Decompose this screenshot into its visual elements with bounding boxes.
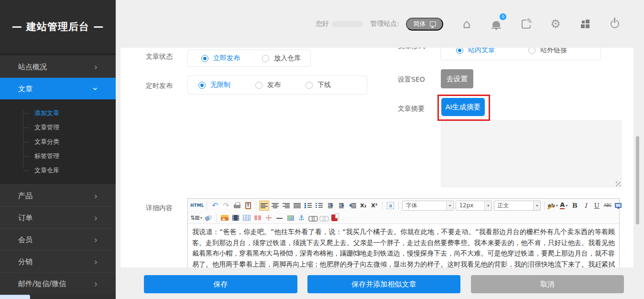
align-justify-icon[interactable] — [292, 201, 302, 211]
ordered-list-icon[interactable] — [303, 201, 313, 211]
dropdown-arrow-icon: ▾ — [533, 201, 540, 210]
paragraph-format-select[interactable]: 正文 ▾ — [494, 201, 541, 211]
indent-icon[interactable] — [336, 201, 346, 211]
sidebar-item-members[interactable]: 会员 › — [0, 228, 116, 250]
app-root: — 建站管理后台 — 站点概况 › 文章 › 添加文章 文章管理 文章分类 标签… — [0, 0, 644, 299]
submenu-item-article-category[interactable]: 文章分类 — [0, 135, 116, 149]
top-header: 您好 管理站点: 简体 ⌂ 0 ⚙ — [116, 0, 644, 48]
radio-external-link[interactable]: 站外链接 — [528, 48, 567, 54]
align-left-icon[interactable] — [259, 201, 269, 211]
radio-unselected-icon — [262, 55, 269, 62]
unlink-icon[interactable] — [318, 213, 328, 223]
settings-button[interactable]: ⚙ — [549, 18, 562, 30]
insert-table-icon[interactable] — [241, 213, 251, 223]
unordered-list-icon[interactable] — [314, 201, 324, 211]
print-icon[interactable] — [232, 201, 242, 211]
insert-image-icon[interactable] — [219, 213, 229, 223]
textarea-resize-grip[interactable] — [616, 182, 621, 186]
radio-offline[interactable]: 下线 — [306, 81, 331, 89]
subscript-icon[interactable]: X₂ — [358, 201, 368, 211]
image-map-icon[interactable] — [285, 213, 295, 223]
undo-icon[interactable]: ↶ — [210, 201, 220, 211]
submenu-item-add-article[interactable]: 添加文章 — [0, 106, 116, 120]
html-source-button[interactable]: HTML — [190, 201, 204, 211]
summary-textarea[interactable] — [441, 120, 622, 187]
fullscreen-icon[interactable] — [613, 201, 623, 211]
editor-content[interactable]: 我说道：“爸爸，你走吧。”他往车外看了看，说：“我买几个橘子去。你就在此地，不要… — [188, 224, 619, 267]
radio-no-limit[interactable]: 无限制 — [198, 81, 230, 89]
chevron-right-icon: › — [94, 251, 98, 273]
align-right-icon[interactable] — [281, 201, 291, 211]
radio-label: 立即发布 — [213, 54, 240, 63]
notifications-button[interactable]: 0 — [490, 18, 502, 30]
highlight-color-icon[interactable]: ab▾ — [547, 201, 557, 211]
link-icon[interactable] — [307, 213, 317, 223]
seo-setup-button[interactable]: 去设置 — [441, 69, 473, 88]
remove-format-icon[interactable] — [203, 213, 213, 223]
radio-to-warehouse[interactable]: 放入仓库 — [262, 54, 301, 63]
edit-site-button[interactable] — [520, 18, 532, 30]
underline-icon[interactable]: U — [592, 201, 602, 211]
radio-publish[interactable]: 发布 — [255, 81, 281, 89]
submenu-item-tag-manage[interactable]: 标签管理 — [0, 149, 116, 163]
apps-button[interactable] — [579, 18, 591, 30]
chevron-right-icon: › — [94, 185, 98, 207]
sidebar-item-articles[interactable]: 文章 › — [0, 77, 116, 99]
select-all-icon[interactable]: a — [385, 201, 395, 211]
sidebar-item-products[interactable]: 产品 › — [0, 184, 116, 206]
horizontal-rule-icon[interactable]: — — [274, 213, 284, 223]
bell-icon — [492, 21, 500, 27]
greeting-text: 您好 — [316, 20, 329, 28]
bold-icon[interactable]: B — [570, 201, 580, 211]
sidebar-item-distribution[interactable]: 分销 › — [0, 250, 116, 272]
superscript-icon[interactable]: X² — [369, 201, 379, 211]
indent-paragraph-icon[interactable] — [325, 201, 335, 211]
logout-button[interactable] — [609, 18, 621, 30]
sidebar-item-orders[interactable]: 订单 › — [0, 206, 116, 228]
editor-toolbar-row1: HTML ↶ ↷ T X₂ X² a — [188, 199, 619, 212]
font-color-icon[interactable]: A▾ — [559, 201, 569, 211]
monitor-icon — [430, 21, 436, 26]
summary-label: 文章摘要 — [398, 105, 425, 113]
radio-unselected-icon — [306, 82, 313, 89]
strikethrough-icon[interactable]: ABC — [603, 201, 613, 211]
save-and-add-similar-button[interactable]: 保存并添加相似文章 — [307, 275, 460, 293]
sidebar: — 建站管理后台 — 站点概况 › 文章 › 添加文章 文章管理 文章分类 标签… — [0, 0, 116, 299]
toolbar-divider — [216, 214, 217, 222]
radio-label: 发布 — [267, 81, 281, 89]
sidebar-item-mail-sms-wechat[interactable]: 邮件/短信/微信 › — [0, 272, 116, 294]
anchor-icon[interactable]: ⚓ — [296, 213, 306, 223]
save-button[interactable]: 保存 — [144, 275, 297, 293]
radio-label: 站外链接 — [540, 48, 567, 54]
sidebar-item-site-overview[interactable]: 站点概况 › — [0, 55, 116, 77]
radio-publish-now[interactable]: 立即发布 — [201, 54, 240, 63]
align-center-icon[interactable] — [270, 201, 280, 211]
home-button[interactable]: ⌂ — [460, 18, 473, 30]
export-pdf-icon[interactable] — [329, 213, 339, 223]
scheduled-publish-label: 定时发布 — [146, 82, 173, 90]
article-status-radio-group: 立即发布 放入仓库 — [187, 50, 311, 67]
radio-internal-article[interactable]: 站内文章 — [456, 48, 495, 54]
article-form-panel: 文章形式 站内文章 站外链接 文章状态 立即发布 放入仓库 定时发布 — [120, 48, 633, 267]
redo-icon[interactable]: ↷ — [221, 201, 231, 211]
submenu-item-article-manage[interactable]: 文章管理 — [0, 120, 116, 135]
toolbar-divider — [398, 201, 399, 210]
font-size-select[interactable]: 12px ▾ — [456, 201, 492, 211]
paste-plain-text-icon[interactable]: T — [243, 201, 253, 211]
cancel-button[interactable]: 取消 — [471, 275, 624, 293]
radio-unselected-icon — [255, 82, 262, 89]
app-logo: — 建站管理后台 — — [0, 0, 116, 53]
italic-icon[interactable]: I — [581, 201, 591, 211]
ai-generate-summary-button[interactable]: AI生成摘要 — [441, 98, 485, 116]
radio-label: 站内文章 — [468, 48, 495, 54]
language-switch-button[interactable]: 简体 — [406, 18, 443, 31]
line-height-icon[interactable]: ⇅▾ — [190, 213, 202, 223]
page-break-icon[interactable] — [252, 213, 262, 223]
sidebar-item-label: 邮件/短信/微信 — [18, 279, 66, 288]
outdent-icon[interactable] — [347, 201, 357, 211]
font-family-select[interactable]: 字体 ▾ — [402, 201, 454, 211]
page-scrollbar-thumb[interactable] — [636, 136, 639, 224]
submenu-item-article-warehouse[interactable]: 文章仓库 — [0, 163, 116, 178]
insert-video-icon[interactable] — [230, 213, 240, 223]
separator-icon[interactable] — [263, 213, 273, 223]
